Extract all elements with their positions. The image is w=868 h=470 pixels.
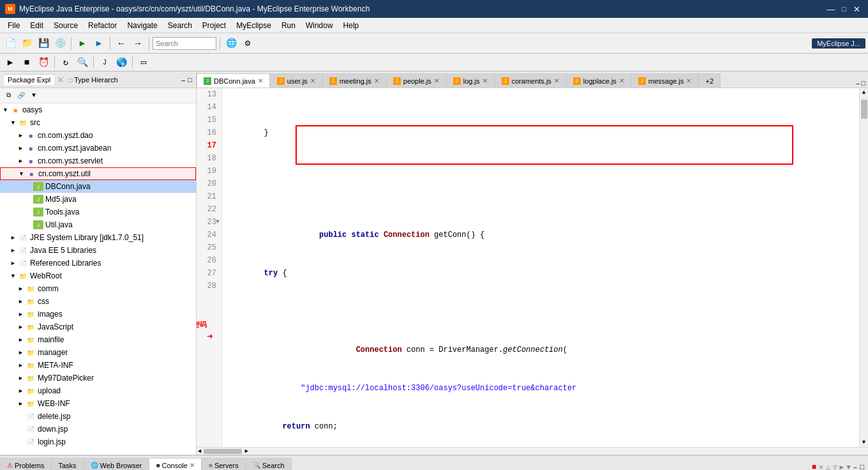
forward-button[interactable]: → <box>130 36 146 51</box>
tree-item-datepicker[interactable]: ► 📁 My97DatePicker <box>0 372 196 384</box>
tb2-toggle[interactable]: ▭ <box>136 55 151 70</box>
minimize-button[interactable]: — <box>825 3 837 15</box>
editor-tab-people[interactable]: J people.js ✕ <box>386 73 446 87</box>
scroll-thumb[interactable] <box>861 100 867 119</box>
tree-item-oasys[interactable]: ▼ ■ oasys <box>0 103 196 116</box>
hscroll-left[interactable]: ◄ <box>198 448 201 455</box>
editor-tab-message[interactable]: J message.js ✕ <box>631 73 699 87</box>
menu-source[interactable]: Source <box>49 20 83 31</box>
bottom-tab-search[interactable]: 🔍 Search <box>246 458 292 470</box>
panel-minimize-icon[interactable]: – <box>181 76 185 84</box>
tab-close-user[interactable]: ✕ <box>310 77 315 84</box>
tree-item-webroot[interactable]: ▼ 📁 WebRoot <box>0 269 196 282</box>
tab-close-coraments[interactable]: ✕ <box>554 77 559 84</box>
code-editor[interactable]: 13 14 15 16 17 18 19 20 21 22 23 24 <box>197 88 859 447</box>
editor-tab-user[interactable]: J user.js ✕ <box>270 73 322 87</box>
tree-item-manager[interactable]: ► 📁 manager <box>0 346 196 359</box>
tab-package-explorer[interactable]: Package Expl <box>4 74 54 85</box>
bottom-tab-tasks[interactable]: Tasks <box>51 458 83 470</box>
menu-file[interactable]: File <box>3 20 25 31</box>
perspective-button[interactable]: 🌐 <box>223 36 239 51</box>
menu-edit[interactable]: Edit <box>25 20 49 31</box>
panel-maximize-icon[interactable]: □ <box>188 76 192 84</box>
panel-tab-type[interactable]: □ Type Hierarch <box>68 76 117 84</box>
tb2-btn4[interactable]: ↻ <box>58 55 73 70</box>
code-lines[interactable]: } ▼ public static Connection getConn() {… <box>222 88 859 447</box>
tree-item-down-jsp[interactable]: 📄 down.jsp <box>0 423 196 436</box>
menu-run[interactable]: Run <box>276 20 301 31</box>
editor-tab-log[interactable]: J log.js ✕ <box>446 73 495 87</box>
hscroll-thumb[interactable] <box>204 449 242 454</box>
menu-search[interactable]: Search <box>163 20 197 31</box>
bottom-tab-webbrowser[interactable]: 🌐 Web Browser <box>84 458 149 470</box>
tree-item-servlet[interactable]: ► ■ cn.com.yszt.servlet <box>0 155 196 167</box>
save-all-button[interactable]: 💿 <box>52 36 68 51</box>
link-editor-button[interactable]: 🔗 <box>15 90 27 102</box>
tb2-btn2[interactable]: ■ <box>19 55 34 70</box>
run-button[interactable]: ▶ <box>91 36 107 51</box>
tree-menu-button[interactable]: ▼ <box>28 90 40 102</box>
tab-close-dbconn[interactable]: ✕ <box>258 77 263 84</box>
tree-item-md5[interactable]: J Md5.java <box>0 193 196 206</box>
tree-item-css[interactable]: ► 📁 css <box>0 295 196 308</box>
editor-min-icon[interactable]: – <box>856 80 860 87</box>
tree-item-login-jsp[interactable]: 📄 login.jsp <box>0 436 196 448</box>
close-button[interactable]: ✕ <box>850 3 863 15</box>
tb2-btn6[interactable]: J <box>97 55 112 70</box>
menu-help[interactable]: Help <box>338 20 364 31</box>
editor-max-icon[interactable]: □ <box>861 80 865 87</box>
tree-item-webinf[interactable]: ► 📁 WEB-INF <box>0 397 196 410</box>
save-button[interactable]: 💾 <box>36 36 51 51</box>
tree-item-dao[interactable]: ► ■ cn.com.yszt.dao <box>0 129 196 142</box>
tree-item-js[interactable]: ► 📁 JavaScript <box>0 321 196 333</box>
tree-item-images[interactable]: ► 📁 images <box>0 308 196 321</box>
tree-item-upload[interactable]: ► 📁 upload <box>0 384 196 397</box>
tree-item-src[interactable]: ▼ 📁 src <box>0 116 196 129</box>
console-btn6[interactable]: ▼ <box>846 464 851 471</box>
tb2-btn7[interactable]: 🌎 <box>114 55 129 70</box>
editor-tab-meeting[interactable]: J meeting.js ✕ <box>322 73 386 87</box>
tree-item-javabean[interactable]: ► ■ cn.com.yszt.javabean <box>0 142 196 155</box>
tb2-btn1[interactable]: ▶ <box>3 55 18 70</box>
editor-tab-overflow[interactable]: +2 <box>698 73 721 87</box>
tree-item-comm[interactable]: ► 📁 comm <box>0 282 196 295</box>
tree-item-meta[interactable]: ► 📁 META-INF <box>0 359 196 372</box>
tree-item-jre[interactable]: ► 📄 JRE System Library [jdk1.7.0_51] <box>0 231 196 244</box>
myeclipse-button[interactable]: MyEclipse J... <box>812 38 865 49</box>
back-button[interactable]: ← <box>114 36 129 51</box>
panel-close-icon[interactable]: ✕ <box>57 75 64 85</box>
scroll-up-arrow[interactable]: ▲ <box>861 88 867 97</box>
menu-navigate[interactable]: Navigate <box>122 20 162 31</box>
console-btn3[interactable]: △ <box>826 463 830 470</box>
tb2-btn5[interactable]: 🔍 <box>75 55 90 70</box>
tree-item-dbconn[interactable]: J DBConn.java <box>0 180 196 193</box>
tab-close-log[interactable]: ✕ <box>483 77 488 84</box>
tree-item-util-class[interactable]: J Util.java <box>0 218 196 231</box>
console-btn4[interactable]: ▽ <box>833 463 837 470</box>
tree-item-javaee[interactable]: ► 📄 Java EE 5 Libraries <box>0 244 196 257</box>
menu-myeclipse[interactable]: MyEclipse <box>231 20 276 31</box>
tab-close-logplace[interactable]: ✕ <box>619 77 624 84</box>
console-close-icon[interactable]: ✕ <box>190 462 195 469</box>
console-btn5[interactable]: ▶ <box>840 463 844 470</box>
open-button[interactable]: 📁 <box>19 36 34 51</box>
new-button[interactable]: 📄 <box>3 36 18 51</box>
bottom-tab-console[interactable]: ■ Console ✕ <box>149 458 201 470</box>
bottom-max-btn[interactable]: □ <box>860 464 864 471</box>
bottom-tab-problems[interactable]: ⚠ Problems <box>0 458 51 470</box>
menu-refactor[interactable]: Refactor <box>83 20 122 31</box>
maximize-button[interactable]: □ <box>837 3 850 15</box>
settings-button[interactable]: ⚙ <box>240 36 255 51</box>
editor-vscrollbar[interactable]: ▲ ▼ <box>859 88 868 447</box>
tab-close-message[interactable]: ✕ <box>686 77 691 84</box>
tb2-btn3[interactable]: ⏰ <box>36 55 51 70</box>
tree-item-util[interactable]: ▼ ■ cn.com.yszt.util <box>0 167 196 180</box>
toolbar-search-input[interactable] <box>153 37 216 50</box>
tree-item-mainfile[interactable]: ► 📁 mainfile <box>0 333 196 346</box>
editor-hscrollbar[interactable]: ◄ ► <box>197 447 868 455</box>
menu-window[interactable]: Window <box>301 20 338 31</box>
console-stop-btn[interactable]: ■ <box>812 463 816 471</box>
bottom-tab-servers[interactable]: ■ Servers <box>202 458 246 470</box>
scroll-down-arrow[interactable]: ▼ <box>861 438 867 447</box>
menu-project[interactable]: Project <box>197 20 231 31</box>
